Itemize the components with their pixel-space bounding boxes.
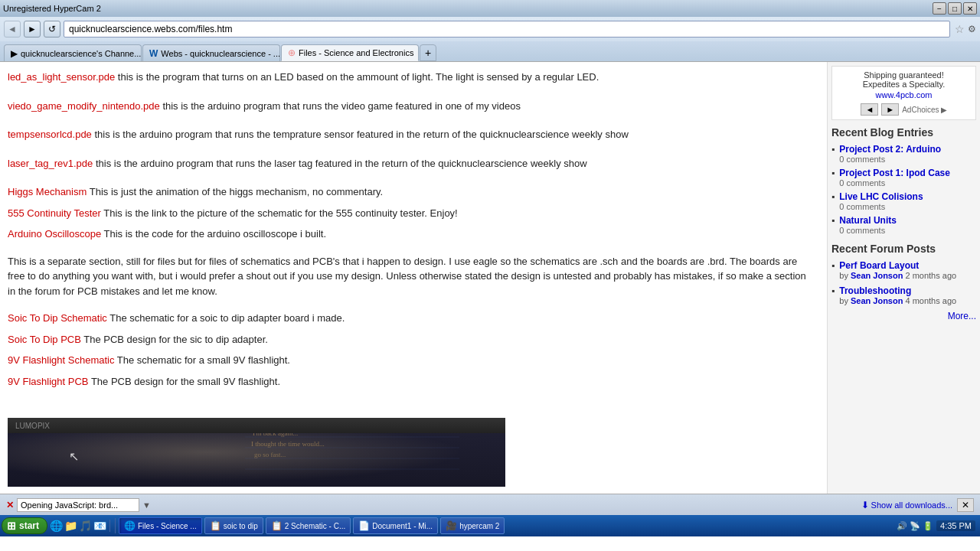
taskbar-label-soic: soic to dip	[224, 522, 258, 530]
forum-author-link-0[interactable]: Sean Jonson	[851, 271, 903, 280]
status-dropdown-arrow[interactable]: ▼	[142, 500, 151, 510]
forum-link-0[interactable]: Perf Board Layout	[839, 260, 919, 271]
soic-schematic-line: Soic To Dip Schematic The schematic for …	[8, 311, 815, 326]
blog-section: Recent Blog Entries ▪ Project Post 2: Ar…	[831, 126, 976, 235]
start-label: start	[19, 520, 39, 531]
forward-button[interactable]: ►	[24, 21, 41, 37]
continuity-desc: This is the link to the picture of the s…	[101, 207, 458, 219]
ad-text-1: Shipping guaranteed!	[836, 70, 972, 80]
close-button[interactable]: ✕	[963, 2, 977, 15]
soic-pcb-link[interactable]: Soic To Dip PCB	[8, 334, 81, 345]
nav-bar: ◄ ► ↺ ☆ ⚙	[0, 17, 980, 41]
title-bar-left: Unregistered HyperCam 2	[3, 4, 101, 13]
blog-link-1[interactable]: Project Post 1: Ipod Case	[839, 168, 950, 178]
lasertag-desc: this is the arduino program that runs th…	[93, 158, 586, 169]
restore-button[interactable]: □	[948, 2, 962, 15]
status-stop-button[interactable]: ✕	[6, 500, 14, 510]
blog-link-0[interactable]: Project Post 2: Arduino	[839, 144, 941, 155]
title-bar: Unregistered HyperCam 2 − □ ✕	[0, 0, 980, 17]
soic-schematic-desc: The schematic for a soic to dip adapter …	[107, 312, 345, 324]
new-tab-button[interactable]: +	[420, 44, 436, 61]
ad-section: Shipping guaranteed! Expedites a Special…	[831, 66, 976, 120]
videogame-link[interactable]: viedo_game_modify_nintendo.pde	[8, 100, 160, 112]
more-link[interactable]: More...	[948, 311, 976, 321]
higgs-link[interactable]: Higgs Mechanism	[8, 186, 87, 197]
tray-icon-1: 🔊	[897, 521, 907, 531]
blog-link-3[interactable]: Natural Units	[839, 215, 897, 226]
status-close-button[interactable]: ✕	[957, 498, 974, 512]
taskbar-btn-soic[interactable]: 📋 soic to dip	[204, 517, 263, 534]
ad-prev-button[interactable]: ◄	[861, 103, 878, 116]
oscilloscope-desc: This is the code for the arduino oscillo…	[101, 228, 326, 240]
lasertag-link[interactable]: laser_tag_rev1.pde	[8, 158, 93, 169]
back-button[interactable]: ◄	[4, 21, 21, 37]
taskbar-btn-files[interactable]: 🌐 Files - Science ...	[119, 517, 202, 534]
soic-schematic-link[interactable]: Soic To Dip Schematic	[8, 312, 107, 324]
quick-mail-icon[interactable]: 📧	[93, 520, 106, 532]
tab-icon-youtube: ▶	[11, 48, 18, 59]
soic-pcb-line: Soic To Dip PCB The PCB design for the s…	[8, 332, 815, 347]
quick-ie-icon[interactable]: 🌐	[50, 520, 63, 532]
tab-webs[interactable]: W Webs - quicknuclearscience - ... ✕	[142, 44, 280, 61]
tempsensor-desc: this is the arduino program that runs th…	[92, 129, 629, 140]
ad-text-2: Expedites a Specialty.	[836, 80, 972, 89]
blog-section-title: Recent Blog Entries	[831, 126, 976, 139]
9v-pcb-link[interactable]: 9V Flashlight PCB	[8, 376, 89, 387]
tab-files[interactable]: ⊕ Files - Science and Electronics ✕	[281, 44, 419, 61]
ad-link[interactable]: www.4pcb.com	[876, 90, 933, 99]
tab-label-webs: Webs - quicknuclearscience - ...	[161, 49, 280, 58]
higgs-desc: This is just the animation of the higgs …	[87, 186, 383, 197]
oscilloscope-line: Arduino Oscilloscope This is the code fo…	[8, 227, 815, 242]
9v-pcb-line: 9V Flashlight PCB The PCB design for the…	[8, 374, 815, 390]
forum-link-1[interactable]: Troubleshooting	[839, 285, 911, 296]
taskbar-label-schematic: 2 Schematic - C...	[285, 522, 345, 530]
taskbar: ⊞ start 🌐 📁 🎵 📧 🌐 Files - Science ... 📋 …	[0, 515, 980, 536]
star-button[interactable]: ☆	[955, 23, 965, 35]
ad-next-button[interactable]: ►	[881, 103, 899, 116]
forum-item-content-0: Perf Board Layout by Sean Jonson 2 month…	[839, 259, 956, 280]
tab-icon-files: ⊕	[288, 47, 296, 58]
content-scroll[interactable]: led_as_light_sensor.pde this is the prog…	[0, 62, 827, 494]
show-downloads-label: Show all downloads...	[871, 500, 952, 510]
videogame-line: viedo_game_modify_nintendo.pde this is t…	[8, 99, 815, 114]
taskbar-label-doc: Document1 - Mi...	[372, 522, 433, 530]
forum-author-link-1[interactable]: Sean Jonson	[851, 296, 903, 305]
address-bar[interactable]	[64, 21, 950, 37]
oscilloscope-link[interactable]: Arduino Oscilloscope	[8, 228, 101, 240]
forum-section: Recent Forum Posts ▪ Perf Board Layout b…	[831, 243, 976, 321]
forum-item-1: ▪ Troubleshooting by Sean Jonson 4 month…	[831, 285, 976, 305]
quick-folder-icon[interactable]: 📁	[64, 520, 77, 532]
continuity-link[interactable]: 555 Continuity Tester	[8, 207, 101, 219]
taskbar-btn-doc[interactable]: 📄 Document1 - Mi...	[353, 517, 438, 534]
tab-youtube[interactable]: ▶ quicknuclearscience's Channe... ✕	[4, 44, 142, 61]
9v-schematic-link[interactable]: 9V Flashlight Schematic	[8, 354, 114, 366]
taskbar-btn-hypercam[interactable]: 🎥 hypercam 2	[440, 517, 505, 534]
forum-author-0: by Sean Jonson 2 months ago	[839, 271, 956, 280]
show-downloads-link[interactable]: ⬇ Show all downloads...	[861, 500, 952, 510]
status-loading: ✕ ▼	[6, 498, 151, 512]
status-input[interactable]	[17, 498, 139, 512]
tab-label-files: Files - Science and Electronics	[299, 48, 413, 57]
videogame-desc: this is the arduino program that runs th…	[160, 100, 521, 112]
start-button[interactable]: ⊞ start	[2, 517, 47, 534]
tab-icon-webs: W	[149, 48, 158, 59]
blog-item-0: ▪ Project Post 2: Arduino 0 comments	[831, 143, 976, 164]
quick-launch: 🌐 📁 🎵 📧	[50, 520, 110, 532]
forum-time-0: 2 months ago	[905, 271, 956, 280]
minimize-button[interactable]: −	[933, 2, 946, 15]
refresh-button[interactable]: ↺	[44, 21, 60, 37]
content-area: led_as_light_sensor.pde this is the prog…	[0, 62, 827, 494]
blog-count-3: 0 comments	[839, 226, 897, 235]
blog-link-2[interactable]: Live LHC Colisions	[839, 191, 923, 202]
tools-button[interactable]: ⚙	[968, 24, 976, 34]
taskbar-btn-schematic[interactable]: 📋 2 Schematic - C...	[266, 517, 351, 534]
led-line: led_as_light_sensor.pde this is the prog…	[8, 70, 815, 85]
taskbar-icon-files: 🌐	[124, 520, 136, 531]
led-link[interactable]: led_as_light_sensor.pde	[8, 71, 115, 83]
app-title: Unregistered HyperCam 2	[3, 4, 101, 13]
browser-chrome: ◄ ► ↺ ☆ ⚙ ▶ quicknuclearscience's Channe…	[0, 17, 980, 62]
blog-item-2: ▪ Live LHC Colisions 0 comments	[831, 191, 976, 211]
taskbar-icon-doc: 📄	[358, 520, 370, 531]
quick-media-icon[interactable]: 🎵	[79, 520, 92, 532]
tempsensor-link[interactable]: tempsensorlcd.pde	[8, 129, 92, 140]
